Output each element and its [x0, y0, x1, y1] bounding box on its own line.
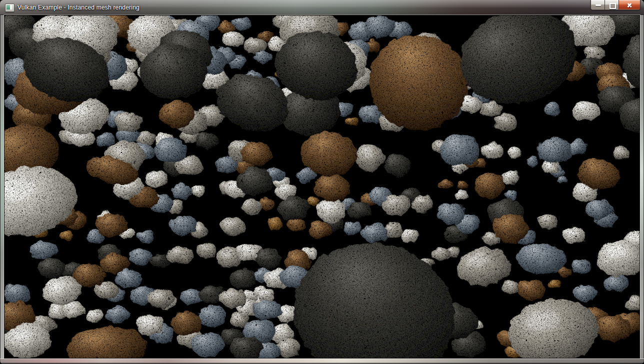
rock-highlight	[269, 39, 277, 43]
rock	[342, 220, 360, 234]
rock	[58, 229, 72, 239]
rock	[400, 228, 418, 240]
rock	[138, 43, 206, 98]
title-bar[interactable]: Vulkan Example - Instanced mesh renderin…	[0, 0, 644, 15]
rock	[506, 146, 520, 157]
rock	[240, 140, 270, 165]
rock	[453, 189, 467, 199]
rock	[503, 189, 516, 199]
rock	[188, 183, 204, 195]
maximize-button[interactable]	[604, 0, 619, 10]
rock-highlight	[138, 132, 146, 136]
rock	[438, 178, 452, 188]
rock-highlight	[224, 219, 234, 224]
rock-highlight	[576, 102, 588, 108]
rock	[196, 305, 224, 325]
rock-highlight	[484, 144, 494, 148]
rock	[347, 200, 370, 218]
rock-highlight	[359, 148, 372, 155]
rock	[149, 252, 169, 268]
rock	[573, 284, 596, 300]
rock	[254, 248, 280, 268]
rock	[584, 198, 612, 218]
rock	[603, 274, 626, 290]
rock-highlight	[566, 228, 576, 233]
rock	[277, 195, 308, 220]
rock-highlight	[280, 308, 289, 312]
rock	[266, 216, 282, 228]
rock-highlight	[483, 103, 492, 107]
window-frame-bottom	[0, 358, 644, 364]
rock	[480, 100, 500, 116]
rock-highlight	[504, 171, 512, 175]
rock	[536, 212, 556, 228]
rock	[546, 278, 560, 286]
rock	[158, 100, 194, 126]
rock-highlight	[223, 290, 234, 296]
window-title: Vulkan Example - Instanced mesh renderin…	[18, 0, 140, 15]
rock	[95, 212, 126, 236]
rock	[313, 172, 349, 200]
rock-highlight	[260, 290, 267, 293]
rock-highlight	[614, 148, 622, 151]
rock	[542, 101, 560, 114]
rock	[190, 332, 222, 356]
rock-highlight	[386, 197, 398, 203]
window-controls	[590, 0, 640, 10]
rock	[562, 226, 584, 242]
rock	[218, 287, 246, 307]
rock-highlight	[498, 115, 507, 120]
rock-highlight	[587, 47, 596, 51]
close-button[interactable]	[619, 0, 640, 10]
rock	[570, 258, 589, 272]
rock-highlight	[202, 108, 213, 114]
rock-highlight	[278, 184, 287, 189]
rock	[456, 180, 468, 188]
rock-highlight	[604, 245, 624, 256]
rock-highlight	[198, 244, 208, 248]
rock-highlight	[246, 39, 256, 44]
rock	[28, 240, 56, 258]
rock	[144, 169, 167, 186]
rock	[153, 136, 185, 162]
rock-highlight	[244, 200, 252, 204]
app-window-icon	[5, 4, 14, 12]
rock	[194, 242, 216, 256]
app-icon-pane	[6, 5, 10, 10]
rock	[493, 112, 516, 129]
rock	[536, 136, 570, 162]
minimize-icon	[596, 4, 601, 6]
rock-highlight	[150, 290, 162, 296]
rock	[170, 310, 200, 334]
rock	[354, 143, 384, 170]
rock-highlight	[628, 298, 636, 302]
rock	[556, 175, 566, 183]
minimize-button[interactable]	[590, 0, 604, 10]
rock	[221, 30, 242, 46]
rock-highlight	[509, 148, 515, 151]
rock	[256, 287, 274, 300]
rock-highlight	[504, 281, 512, 284]
rock	[36, 258, 64, 278]
rock-highlight	[540, 215, 548, 219]
rock	[228, 335, 262, 358]
rock	[113, 110, 141, 130]
rock	[524, 155, 538, 165]
rock-highlight	[88, 310, 96, 314]
rock	[166, 245, 192, 263]
rock-highlight	[170, 248, 182, 253]
rock	[316, 196, 344, 222]
rock-highlight	[484, 234, 492, 237]
rock-highlight	[576, 184, 588, 190]
rock	[85, 308, 103, 322]
rock-highlight	[180, 158, 192, 163]
rock-highlight	[414, 197, 424, 202]
render-canvas[interactable]	[4, 16, 640, 358]
rock	[135, 314, 163, 334]
rock	[170, 183, 190, 198]
render-viewport[interactable]	[4, 15, 640, 358]
rock	[106, 305, 128, 322]
close-icon	[626, 2, 632, 8]
rock-highlight	[140, 317, 152, 322]
rock-highlight	[232, 314, 240, 318]
